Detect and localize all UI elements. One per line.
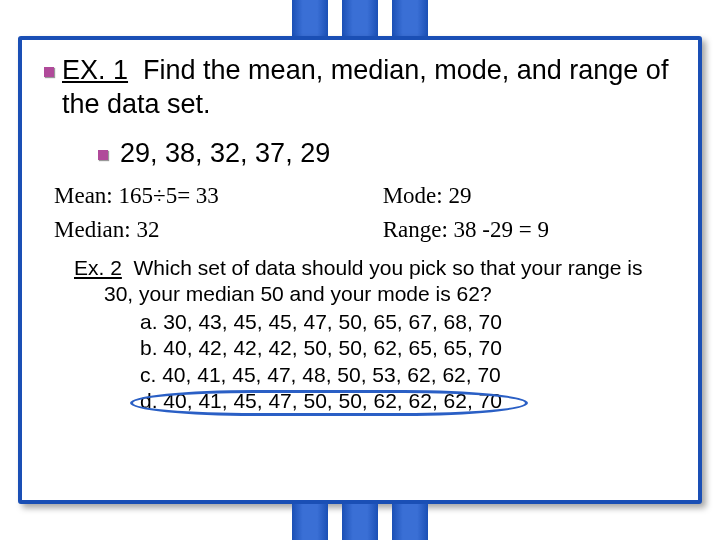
bullet-icon	[98, 150, 108, 160]
bullet-icon	[44, 67, 54, 77]
decor-bar	[292, 504, 328, 540]
option-b: b. 40, 42, 42, 42, 50, 50, 62, 65, 65, 7…	[140, 335, 676, 361]
decor-bar	[342, 0, 378, 36]
mode-text: Mode: 29	[373, 183, 676, 209]
example-2: Ex. 2 Which set of data should you pick …	[44, 255, 676, 415]
mean-text: Mean: 165÷5= 33	[44, 183, 373, 209]
slide: EX. 1 Find the mean, median, mode, and r…	[0, 0, 720, 540]
dataset-values: 29, 38, 32, 37, 29	[120, 138, 330, 168]
bottom-decor-bars	[292, 504, 428, 540]
ex1-text: Find the mean, median, mode, and range o…	[62, 55, 668, 119]
options-list: a. 30, 43, 45, 45, 47, 50, 65, 67, 68, 7…	[74, 309, 676, 414]
ex2-text: Which set of data should you pick so tha…	[104, 256, 642, 305]
decor-bar	[292, 0, 328, 36]
example-1: EX. 1 Find the mean, median, mode, and r…	[44, 54, 676, 122]
decor-bar	[342, 504, 378, 540]
decor-bar	[392, 504, 428, 540]
ex1-lead: EX. 1	[62, 55, 128, 85]
content-frame: EX. 1 Find the mean, median, mode, and r…	[18, 36, 702, 504]
option-c: c. 40, 41, 45, 47, 48, 50, 53, 62, 62, 7…	[140, 362, 676, 388]
ex2-question: Ex. 2 Which set of data should you pick …	[74, 255, 676, 308]
top-decor-bars	[292, 0, 428, 36]
stats-row-1: Mean: 165÷5= 33 Mode: 29	[44, 183, 676, 209]
decor-bar	[392, 0, 428, 36]
dataset-line: 29, 38, 32, 37, 29	[44, 138, 676, 169]
stats-row-2: Median: 32 Range: 38 -29 = 9	[44, 217, 676, 243]
range-text: Range: 38 -29 = 9	[373, 217, 676, 243]
option-a: a. 30, 43, 45, 45, 47, 50, 65, 67, 68, 7…	[140, 309, 676, 335]
median-text: Median: 32	[44, 217, 373, 243]
option-d: d. 40, 41, 45, 47, 50, 50, 62, 62, 62, 7…	[140, 388, 676, 414]
ex2-lead: Ex. 2	[74, 256, 122, 279]
